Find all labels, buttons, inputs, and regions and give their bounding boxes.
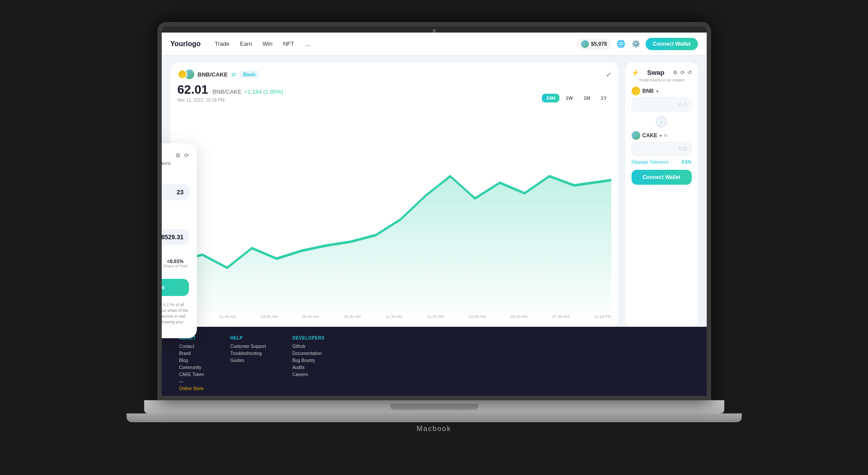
- pool-stat-2: <0.01% Share of Pool: [162, 259, 189, 273]
- footer-contact[interactable]: Contact: [179, 344, 204, 349]
- card-history-icon[interactable]: ⟳: [184, 152, 189, 159]
- slippage-label: Slippage Tolerance: [632, 160, 669, 164]
- token-a-selector[interactable]: BNB ▾: [162, 172, 189, 182]
- nav-win[interactable]: Win: [262, 40, 272, 47]
- x-label-4: 09:30 AM: [344, 314, 360, 319]
- footer-cake-token[interactable]: CAKE Token: [179, 372, 204, 377]
- laptop-bottom: [127, 413, 742, 422]
- x-label-3: 06:30 AM: [302, 314, 319, 319]
- chart-panel: BNB/CAKE ⇄ Basic ⤢ 62.01 BNB/CAKE: [171, 62, 618, 327]
- nav-nft[interactable]: NFT: [283, 40, 294, 47]
- footer-bug-bounty[interactable]: Bug Bounty: [292, 358, 324, 363]
- swap-direction-button[interactable]: ↓: [656, 116, 667, 128]
- nav-trade[interactable]: Trade: [215, 40, 229, 47]
- app-container: Yourlogo Trade Earn Win NFT ... $5,978 🌐…: [162, 33, 707, 400]
- screen: Yourlogo Trade Earn Win NFT ... $5,978 🌐…: [162, 33, 707, 400]
- footer-documentation[interactable]: Documentation: [292, 351, 324, 356]
- globe-icon[interactable]: 🌐: [616, 39, 626, 49]
- chart-area: BNB/CAKE ⇄ Basic ⤢ 62.01 BNB/CAKE: [162, 55, 707, 327]
- expand-icon[interactable]: ⤢: [606, 71, 611, 78]
- x-label-9: 07:30 PM: [552, 314, 570, 319]
- swap-title: Swap: [642, 69, 670, 76]
- laptop-container: Yourlogo Trade Earn Win NFT ... $5,978 🌐…: [127, 22, 742, 453]
- swap-icon: ⚡: [632, 69, 639, 76]
- slippage-value: 0.5%: [682, 160, 692, 164]
- footer-github[interactable]: Github: [292, 344, 324, 349]
- chart-header: BNB/CAKE ⇄ Basic ⤢: [178, 69, 611, 79]
- slippage-row: Slippage Tolerance 0.5%: [632, 160, 692, 164]
- token-b-selector[interactable]: BUSD ▾ ⧉: [162, 217, 189, 227]
- logo: Yourlogo: [171, 40, 201, 48]
- x-label-5: 11:30 AM: [385, 314, 402, 319]
- price-chart-svg: [178, 104, 611, 314]
- swap-actions: ⚙ ⟳ ↺: [673, 69, 692, 76]
- to-amount-input[interactable]: 0.0: [632, 142, 692, 156]
- bnb-token-icon: [632, 87, 640, 95]
- header-connect-wallet-button[interactable]: Connect Wallet: [646, 38, 697, 50]
- header-right: $5,978 🌐 ⚙️ Connect Wallet: [577, 38, 698, 50]
- from-token-selector[interactable]: BNB ▾: [632, 87, 692, 95]
- swap-refresh-icon[interactable]: ↺: [687, 69, 692, 76]
- bnb-icon: [178, 69, 187, 79]
- card-settings-icon[interactable]: ⚙: [175, 152, 181, 159]
- nav-earn[interactable]: Earn: [240, 40, 252, 47]
- from-token-chevron: ▾: [656, 89, 658, 94]
- pair-separator: ⇄: [231, 71, 236, 78]
- laptop-base: [144, 400, 724, 413]
- settings-icon[interactable]: ⚙️: [631, 39, 641, 49]
- header-price: $5,978: [591, 41, 607, 47]
- copy-icon[interactable]: ⧉: [664, 133, 667, 138]
- time-1w[interactable]: 1W: [561, 94, 577, 102]
- swap-connect-wallet-button[interactable]: Connect Wallet: [632, 170, 692, 185]
- footer-brand[interactable]: Brand: [179, 351, 204, 356]
- swap-settings-icon[interactable]: ⚙: [673, 69, 678, 76]
- from-token-name: BNB: [643, 88, 654, 94]
- time-1m[interactable]: 1M: [579, 94, 595, 102]
- price-header-row: 62.01 BNB/CAKE +1.184 (1.95%) Mar 11, 20…: [178, 83, 611, 102]
- chart-type[interactable]: Basic: [240, 71, 259, 78]
- to-token-selector[interactable]: CAKE ▾ ⧉: [632, 131, 692, 140]
- to-token-chevron: ▾: [660, 133, 662, 138]
- price-badge: $5,978: [577, 38, 612, 50]
- card-disclaimer: 🍰 By adding liquidity you'll earn 0.17% …: [162, 301, 189, 330]
- token-a-input[interactable]: 23: [162, 184, 189, 200]
- cake-token-icon: [632, 131, 640, 140]
- macbook-label: Macbook: [417, 425, 451, 433]
- screen-bezel: Yourlogo Trade Earn Win NFT ... $5,978 🌐…: [157, 22, 711, 400]
- footer-community[interactable]: Community: [179, 365, 204, 370]
- nav-more[interactable]: ...: [305, 40, 310, 48]
- pair-name: BNB/CAKE: [198, 71, 228, 78]
- footer-online-store[interactable]: Online Store: [179, 386, 204, 391]
- card-header-icons: ⚙ ⟳: [175, 152, 189, 159]
- pool-info: Prices and pool share: [162, 249, 189, 254]
- footer-blog[interactable]: Blog: [179, 358, 204, 363]
- card-connect-wallet-button[interactable]: Connect Wallet: [162, 279, 189, 296]
- chart-x-labels: 11:30 PM 01:30 AM 03:30 AM 06:30 AM 09:3…: [178, 314, 611, 320]
- header: Yourlogo Trade Earn Win NFT ... $5,978 🌐…: [162, 33, 707, 55]
- card-subtitle: i Add liquidity to receive LP tokens: [162, 161, 189, 166]
- swap-panel-header: ⚡ Swap ⚙ ⟳ ↺: [632, 69, 692, 76]
- swap-history-icon[interactable]: ⟳: [680, 69, 685, 76]
- stat-value-2: <0.01%: [162, 259, 189, 264]
- camera: [432, 29, 436, 33]
- footer-help-heading: HELP: [230, 336, 266, 340]
- time-1y[interactable]: 1Y: [596, 94, 611, 102]
- price-date: Mar 11, 2022, 10:18 PM: [178, 98, 283, 102]
- swap-panel: ⚡ Swap ⚙ ⟳ ↺ Trade tokens in an instant: [625, 62, 698, 327]
- time-24h[interactable]: 24H: [542, 94, 559, 102]
- disclaimer-text: By adding liquidity you'll earn 0.17% of…: [162, 303, 189, 329]
- token-b-input[interactable]: 8529.31: [162, 229, 189, 245]
- footer-audits[interactable]: Audits: [292, 365, 324, 370]
- footer-help: HELP Customer Support Troubleshooting Gu…: [230, 336, 266, 393]
- footer-customer-support[interactable]: Customer Support: [230, 344, 266, 349]
- price-unit: BNB/CAKE: [213, 88, 242, 95]
- footer-guides[interactable]: Guides: [230, 358, 266, 363]
- price-info: 62.01 BNB/CAKE +1.184 (1.95%) Mar 11, 20…: [178, 83, 283, 102]
- x-label-7: 03:30 PM: [469, 314, 486, 319]
- swap-subtitle: Trade tokens in an instant: [632, 78, 692, 82]
- x-label-10: 10:18 PM: [594, 314, 611, 319]
- footer: ABOUT Contact Brand Blog Community CAKE …: [162, 327, 707, 400]
- from-amount-input[interactable]: 0.0: [632, 97, 692, 112]
- footer-careers[interactable]: Careers: [292, 372, 324, 377]
- footer-troubleshooting[interactable]: Troubleshooting: [230, 351, 266, 356]
